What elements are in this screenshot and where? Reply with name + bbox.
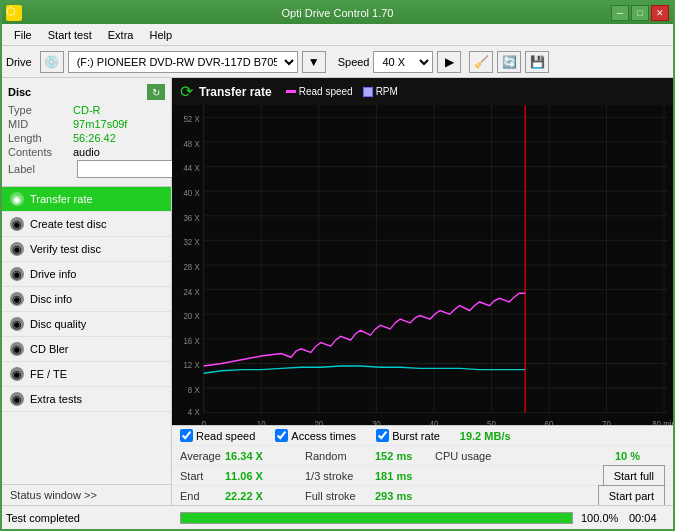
disc-length-value: 56:26.42 bbox=[73, 132, 116, 144]
fe-te-icon: ◉ bbox=[10, 367, 24, 381]
disc-type-value: CD-R bbox=[73, 104, 101, 116]
sidebar-item-cd-bler[interactable]: ◉ CD Bler bbox=[2, 337, 171, 362]
progress-text: 100.0% bbox=[581, 512, 621, 524]
svg-text:20 X: 20 X bbox=[183, 310, 199, 321]
title-bar: ⬡ Opti Drive Control 1.70 ─ □ ✕ bbox=[2, 2, 673, 24]
menu-file[interactable]: File bbox=[6, 24, 40, 46]
full-stroke-value: 293 ms bbox=[375, 490, 435, 502]
sidebar-item-transfer-rate[interactable]: ◉ Transfer rate bbox=[2, 187, 171, 212]
progress-bar bbox=[180, 512, 573, 524]
average-value: 16.34 X bbox=[225, 450, 285, 462]
sidebar-item-fe-te[interactable]: ◉ FE / TE bbox=[2, 362, 171, 387]
svg-text:40: 40 bbox=[429, 419, 438, 425]
legend-read-speed-color bbox=[286, 90, 296, 93]
svg-text:24 X: 24 X bbox=[183, 286, 199, 297]
transfer-rate-icon: ◉ bbox=[10, 192, 24, 206]
status-left: Test completed bbox=[6, 512, 176, 524]
sidebar-item-disc-quality-label: Disc quality bbox=[30, 318, 86, 330]
legend-rpm-color bbox=[363, 87, 373, 97]
window-title: Opti Drive Control 1.70 bbox=[0, 7, 675, 19]
erase-button[interactable]: 🧹 bbox=[469, 51, 493, 73]
drive-arrow-button[interactable]: ▼ bbox=[302, 51, 326, 73]
random-label: Random bbox=[305, 450, 375, 462]
sidebar-item-cd-bler-label: CD Bler bbox=[30, 343, 69, 355]
access-times-checkbox-group: Access times bbox=[275, 429, 356, 442]
svg-text:50: 50 bbox=[487, 419, 496, 425]
minimize-button[interactable]: ─ bbox=[611, 5, 629, 21]
svg-text:30: 30 bbox=[372, 419, 381, 425]
speed-label: Speed bbox=[338, 56, 370, 68]
toolbar: Drive 💿 (F:) PIONEER DVD-RW DVR-117D B70… bbox=[2, 46, 673, 78]
chart-svg: 52 X 48 X 44 X 40 X 36 X 32 X 28 X 24 X … bbox=[172, 105, 673, 425]
app-icon: ⬡ bbox=[6, 5, 22, 21]
disc-mid-label: MID bbox=[8, 118, 73, 130]
disc-contents-label: Contents bbox=[8, 146, 73, 158]
content-area: Disc ↻ Type CD-R MID 97m17s09f Length 56… bbox=[2, 78, 673, 505]
extra-tests-icon: ◉ bbox=[10, 392, 24, 406]
svg-text:8 X: 8 X bbox=[188, 384, 200, 395]
maximize-button[interactable]: □ bbox=[631, 5, 649, 21]
disc-type-label: Type bbox=[8, 104, 73, 116]
sidebar-item-disc-quality[interactable]: ◉ Disc quality bbox=[2, 312, 171, 337]
stroke-1-3-label: 1/3 stroke bbox=[305, 470, 375, 482]
read-speed-checkbox[interactable] bbox=[180, 429, 193, 442]
svg-text:28 X: 28 X bbox=[183, 261, 199, 272]
sidebar-item-extra-tests[interactable]: ◉ Extra tests bbox=[2, 387, 171, 412]
drive-select[interactable]: (F:) PIONEER DVD-RW DVR-117D B705 bbox=[68, 51, 298, 73]
create-test-disc-icon: ◉ bbox=[10, 217, 24, 231]
read-speed-checkbox-group: Read speed bbox=[180, 429, 255, 442]
sidebar-item-drive-info[interactable]: ◉ Drive info bbox=[2, 262, 171, 287]
sidebar-item-extra-tests-label: Extra tests bbox=[30, 393, 82, 405]
svg-text:0: 0 bbox=[202, 419, 206, 425]
disc-label-label: Label bbox=[8, 163, 73, 175]
refresh-button[interactable]: 🔄 bbox=[497, 51, 521, 73]
svg-text:16 X: 16 X bbox=[183, 335, 199, 346]
elapsed-time: 00:04 bbox=[629, 512, 669, 524]
random-value: 152 ms bbox=[375, 450, 435, 462]
sidebar: Disc ↻ Type CD-R MID 97m17s09f Length 56… bbox=[2, 78, 172, 505]
speed-select[interactable]: 40 X bbox=[373, 51, 433, 73]
disc-refresh-button[interactable]: ↻ bbox=[147, 84, 165, 100]
cpu-usage-label: CPU usage bbox=[435, 450, 615, 462]
data-rows: Average 16.34 X Random 152 ms CPU usage … bbox=[172, 445, 673, 505]
start-part-button[interactable]: Start part bbox=[598, 485, 665, 506]
disc-mid-value: 97m17s09f bbox=[73, 118, 127, 130]
menu-help[interactable]: Help bbox=[141, 24, 180, 46]
speed-arrow-button[interactable]: ▶ bbox=[437, 51, 461, 73]
full-stroke-label: Full stroke bbox=[305, 490, 375, 502]
data-row-end: End 22.22 X Full stroke 293 ms Start par… bbox=[172, 485, 673, 505]
svg-text:70: 70 bbox=[602, 419, 611, 425]
burst-rate-checkbox[interactable] bbox=[376, 429, 389, 442]
drive-icon-button[interactable]: 💿 bbox=[40, 51, 64, 73]
start-value: 11.06 X bbox=[225, 470, 285, 482]
sidebar-item-verify-test-disc[interactable]: ◉ Verify test disc bbox=[2, 237, 171, 262]
menu-extra[interactable]: Extra bbox=[100, 24, 142, 46]
start-full-button[interactable]: Start full bbox=[603, 465, 665, 487]
menu-start-test[interactable]: Start test bbox=[40, 24, 100, 46]
access-times-checkbox[interactable] bbox=[275, 429, 288, 442]
close-button[interactable]: ✕ bbox=[651, 5, 669, 21]
chart-legend: Read speed RPM bbox=[286, 86, 398, 97]
progress-bar-fill bbox=[181, 513, 572, 523]
save-button[interactable]: 💾 bbox=[525, 51, 549, 73]
sidebar-item-create-test-disc[interactable]: ◉ Create test disc bbox=[2, 212, 171, 237]
chart-header: ⟳ Transfer rate Read speed RPM bbox=[172, 78, 673, 105]
burst-rate-checkbox-group: Burst rate bbox=[376, 429, 440, 442]
menu-bar: File Start test Extra Help bbox=[2, 24, 673, 46]
read-speed-checkbox-label: Read speed bbox=[196, 430, 255, 442]
drive-info-icon: ◉ bbox=[10, 267, 24, 281]
stroke-1-3-value: 181 ms bbox=[375, 470, 435, 482]
burst-rate-checkbox-label: Burst rate bbox=[392, 430, 440, 442]
sidebar-item-create-test-disc-label: Create test disc bbox=[30, 218, 106, 230]
end-value: 22.22 X bbox=[225, 490, 285, 502]
sidebar-item-verify-test-disc-label: Verify test disc bbox=[30, 243, 101, 255]
status-window-button[interactable]: Status window >> bbox=[10, 489, 97, 501]
sidebar-item-disc-info[interactable]: ◉ Disc info bbox=[2, 287, 171, 312]
disc-length-label: Length bbox=[8, 132, 73, 144]
chart-title: Transfer rate bbox=[199, 85, 272, 99]
svg-text:20: 20 bbox=[314, 419, 323, 425]
sidebar-item-fe-te-label: FE / TE bbox=[30, 368, 67, 380]
chart-container: 52 X 48 X 44 X 40 X 36 X 32 X 28 X 24 X … bbox=[172, 105, 673, 425]
legend-rpm: RPM bbox=[363, 86, 398, 97]
svg-text:60: 60 bbox=[545, 419, 554, 425]
